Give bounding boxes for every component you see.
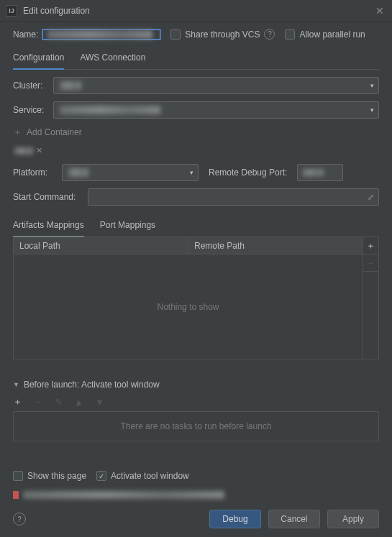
add-task-button[interactable]: ＋ <box>13 395 22 408</box>
help-icon[interactable]: ? <box>264 29 275 40</box>
chevron-down-icon: ▾ <box>370 82 374 89</box>
activate-tool-window-checkbox[interactable]: ✓ Activate tool window <box>96 471 189 481</box>
start-command-input[interactable]: ⤢ <box>88 188 379 206</box>
remote-debug-port-label: Remote Debug Port: <box>209 167 287 178</box>
remove-row-button: － <box>363 254 378 272</box>
before-launch-header[interactable]: ▼ Before launch: Activate tool window <box>13 380 379 390</box>
show-this-page-label: Show this page <box>27 471 86 481</box>
tab-aws-connection[interactable]: AWS Connection <box>80 50 145 69</box>
allow-parallel-checkbox[interactable]: Allow parallel run <box>285 29 365 40</box>
name-label: Name: <box>13 29 38 40</box>
allow-parallel-label: Allow parallel run <box>299 29 365 40</box>
apply-button[interactable]: Apply <box>327 510 379 528</box>
activate-tool-window-label: Activate tool window <box>111 471 189 481</box>
platform-dropdown[interactable]: ▾ <box>62 164 199 181</box>
column-local-path[interactable]: Local Path <box>14 237 188 254</box>
checkbox-icon <box>13 471 23 481</box>
show-this-page-checkbox[interactable]: Show this page <box>13 471 86 481</box>
tab-artifacts-mappings[interactable]: Artifacts Mappings <box>13 217 84 237</box>
edit-task-button: ✎ <box>55 397 63 408</box>
chevron-down-icon: ▾ <box>190 169 193 176</box>
share-vcs-label: Share through VCS <box>185 29 260 40</box>
checkbox-icon: ✓ <box>96 471 106 481</box>
checkbox-icon <box>285 29 295 40</box>
service-dropdown[interactable]: ▾ <box>53 101 379 119</box>
chevron-down-icon: ▼ <box>13 381 19 388</box>
cluster-label: Cluster: <box>13 81 47 91</box>
close-icon[interactable]: ✕ <box>36 146 42 155</box>
remove-task-button: － <box>34 395 43 408</box>
service-label: Service: <box>13 105 47 115</box>
chevron-down-icon: ▾ <box>370 106 374 114</box>
container-chip[interactable]: ✕ <box>13 144 44 157</box>
column-remote-path[interactable]: Remote Path <box>188 237 363 254</box>
help-button[interactable]: ? <box>13 513 26 525</box>
add-row-button[interactable]: ＋ <box>363 237 378 254</box>
cluster-dropdown[interactable]: ▾ <box>53 77 379 94</box>
app-icon: IJ <box>6 5 17 17</box>
platform-label: Platform: <box>13 167 52 178</box>
debug-button[interactable]: Debug <box>209 510 261 528</box>
table-empty-text: Nothing to show <box>14 254 363 359</box>
error-message <box>13 490 379 500</box>
error-icon <box>13 491 19 499</box>
dialog-title: Edit configuration <box>23 6 90 16</box>
cancel-button[interactable]: Cancel <box>268 510 320 528</box>
remote-debug-port-input[interactable] <box>297 164 343 181</box>
tab-port-mappings[interactable]: Port Mappings <box>100 217 155 237</box>
tab-configuration[interactable]: Configuration <box>13 50 64 70</box>
plus-icon: ＋ <box>13 126 22 139</box>
before-launch-title: Before launch: Activate tool window <box>24 380 160 390</box>
mappings-table: Local Path Remote Path Nothing to show ＋… <box>13 237 379 359</box>
move-up-button: ▲ <box>74 397 83 408</box>
checkbox-icon <box>170 29 181 40</box>
expand-icon[interactable]: ⤢ <box>368 193 374 202</box>
move-down-button: ▼ <box>95 397 104 408</box>
close-icon[interactable]: ✕ <box>373 4 386 17</box>
share-vcs-checkbox[interactable]: Share through VCS <box>170 29 260 40</box>
start-command-label: Start Command: <box>13 192 82 202</box>
add-container-button: Add Container <box>27 127 82 137</box>
name-input[interactable] <box>42 29 160 40</box>
before-launch-empty: There are no tasks to run before launch <box>13 411 379 441</box>
